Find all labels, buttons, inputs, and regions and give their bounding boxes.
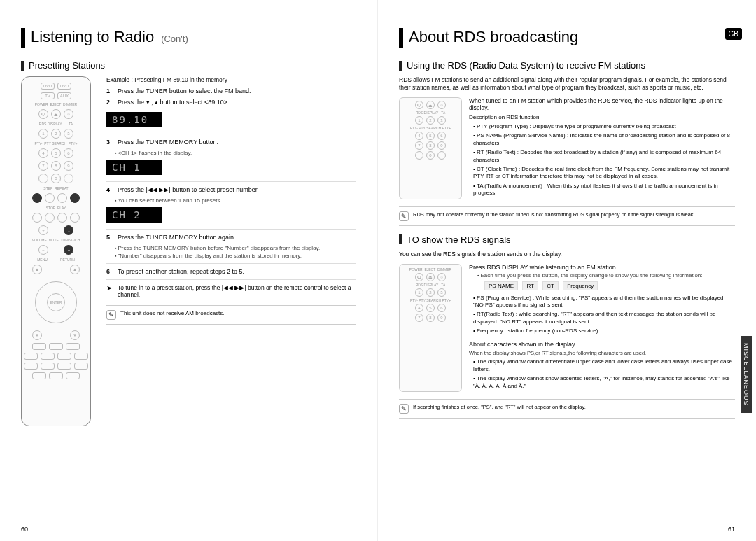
section-title: Using the RDS (Radio Data System) to rec… (407, 60, 645, 71)
nav-pad: ENTER (35, 281, 77, 323)
note-icon: ✎ (399, 404, 409, 414)
step-num: 5 (106, 234, 113, 241)
display-freq: 89.10 (106, 112, 162, 127)
title-bar (21, 28, 25, 48)
note-row: ✎ If searching finishes at once, "PS", a… (399, 399, 735, 419)
section-bar (399, 234, 402, 244)
rds-desc-content: When tuned to an FM station which provid… (469, 97, 735, 199)
remote-column: DVDDVD TVAUX POWER EJECT DIMMER ⏻⏏☼ RDS … (21, 76, 98, 426)
desc-item: PTY (Program Type) : Displays the type o… (473, 123, 735, 130)
step-text: Press the TUNER MEMORY button again. (118, 234, 356, 241)
gb-badge: GB (725, 28, 742, 40)
page-number: 61 (728, 526, 735, 533)
chars-item: The display window cannot show accented … (473, 375, 735, 390)
remote-diagram: DVDDVD TVAUX POWER EJECT DIMMER ⏻⏏☼ RDS … (21, 76, 91, 426)
page-title: About RDS broadcasting (409, 28, 578, 46)
title-row-left: Listening to Radio (Con't) (21, 28, 356, 48)
chars-head: About characters shown in the display (469, 341, 735, 348)
section-presetting: Presetting Stations (21, 60, 356, 71)
intro-text: You can see the RDS signals the station … (399, 251, 735, 258)
desc-head: Description on RDS function (469, 114, 735, 120)
display-ch1: CH 1 (106, 160, 162, 175)
step-text: To preset another station, repeat steps … (118, 268, 356, 275)
section-title: Presetting Stations (29, 60, 105, 71)
tuned-text: When tuned to an FM station which provid… (469, 97, 735, 111)
press-text: Press RDS DISPLAY while listening to an … (469, 264, 735, 271)
chars-sub: When the display shows PS,or RT signals,… (469, 350, 735, 357)
step-num: 4 (106, 186, 113, 193)
mini-remote-diagram: ⏻⏏☼ RDS DISPLAY TA 123 PTY- PTY SEARCH P… (399, 97, 462, 199)
step-text: Press the |◀◀ ▶▶| button to select prese… (118, 186, 356, 193)
tune-in-text: To tune in to a preset station, press th… (118, 284, 356, 298)
note-text: If searching finishes at once, "PS", and… (413, 404, 586, 410)
sequence-row: PS NAME RT CT Frequency (483, 281, 735, 290)
seq-rt: RT (522, 281, 538, 290)
desc-item: PS NAME (Program Service Name) : Indicat… (473, 132, 735, 147)
seq-freq: Frequency (563, 281, 598, 290)
step-num: 2 (106, 99, 113, 106)
bullet: You can select between 1 and 15 presets. (115, 197, 356, 204)
section-bar (399, 61, 402, 71)
page-number: 60 (21, 526, 28, 533)
title-suffix: (Con't) (161, 34, 188, 44)
display-ch2: CH 2 (106, 207, 162, 223)
bullet: <CH 1> flashes in the display. (115, 150, 356, 156)
step-text: Press the TUNER MEMORY button. (118, 139, 356, 146)
title-bar (399, 28, 403, 48)
section-bar (21, 61, 24, 71)
seq-psname: PS NAME (484, 281, 518, 290)
seq-ct: CT (542, 281, 559, 290)
press-bullet: Each time you press the button, the disp… (477, 272, 735, 279)
step-num: 6 (106, 268, 113, 275)
section-show-rds: TO show the RDS signals (399, 234, 735, 245)
intro-text: RDS allows FM stations to send an additi… (399, 76, 735, 92)
note-icon: ✎ (399, 211, 409, 221)
step-text: Press the ▾ , ▴ button to select <89.10>… (118, 99, 356, 106)
page-right: GB About RDS broadcasting Using the RDS … (378, 0, 756, 541)
desc-item: Frequency : station frequency (non-RDS s… (473, 328, 735, 335)
rds-desc-block: ⏻⏏☼ RDS DISPLAY TA 123 PTY- PTY SEARCH P… (399, 97, 735, 199)
step-num: 3 (106, 139, 113, 146)
page-title: Listening to Radio (31, 28, 154, 46)
rds-signals-block: POWER EJECT DIMMER ⏻⏏☼ RDS DISPLAY TA 12… (399, 264, 735, 392)
side-tab-miscellaneous: MISCELLANEOUS (741, 336, 752, 413)
section-rds: Using the RDS (Radio Data System) to rec… (399, 60, 735, 71)
steps-column: Example : Presetting FM 89.10 in the mem… (106, 76, 356, 426)
desc-item: RT (Radio Text) : Decodes the text broad… (473, 149, 735, 164)
example-text: Example : Presetting FM 89.10 in the mem… (106, 76, 356, 83)
body-area: DVDDVD TVAUX POWER EJECT DIMMER ⏻⏏☼ RDS … (21, 76, 356, 426)
note-text: RDS may not operate correctly if the sta… (413, 211, 695, 218)
step-num: 1 (106, 87, 113, 94)
arrow-icon: ➤ (106, 284, 112, 298)
note-row: ✎ RDS may not operate correctly if the s… (399, 206, 735, 226)
note-icon: ✎ (106, 310, 116, 320)
title-row-right: About RDS broadcasting (399, 28, 735, 48)
note-text: This unit does not receive AM broadcasts… (120, 310, 225, 316)
chars-item: The display window cannot differentiate … (473, 358, 735, 373)
step-text: Press the TUNER button to select the FM … (118, 87, 356, 94)
section-title: TO show the RDS signals (407, 234, 511, 245)
desc-item: CT (Clock Time) : Decodes the real time … (473, 166, 735, 181)
bullet: Press the TUNER MEMORY button before "Nu… (115, 245, 356, 251)
desc-item: PS (Program Service) : While searching, … (473, 295, 735, 309)
desc-item: RT(Radio Text) : while searching, "RT" a… (473, 311, 735, 325)
rds-signals-content: Press RDS DISPLAY while listening to an … (469, 264, 735, 392)
bullet: "Number" disappears from the display and… (115, 253, 356, 259)
note-row: ✎ This unit does not receive AM broadcas… (106, 305, 356, 325)
page-left: Listening to Radio (Con't) Presetting St… (0, 0, 378, 541)
desc-item: TA (Traffic Announcement) : When this sy… (473, 183, 735, 197)
mini-remote-diagram: POWER EJECT DIMMER ⏻⏏☼ RDS DISPLAY TA 12… (399, 264, 462, 392)
